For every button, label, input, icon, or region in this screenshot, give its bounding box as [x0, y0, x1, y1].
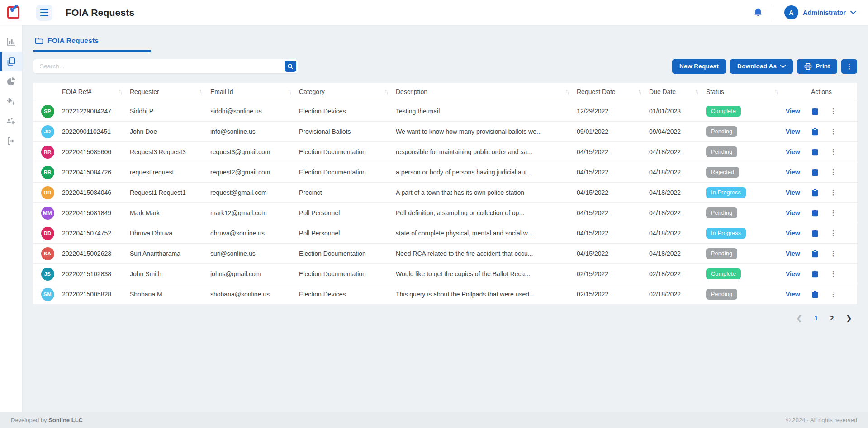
view-link[interactable]: View — [786, 291, 800, 298]
row-kebab-button[interactable]: ⋮ — [830, 168, 837, 176]
avatar: RR — [41, 186, 54, 199]
cell-email: johns@gmail.com — [210, 270, 299, 277]
row-kebab-button[interactable]: ⋮ — [830, 249, 837, 258]
kebab-icon: ⋮ — [830, 209, 837, 217]
view-link[interactable]: View — [786, 230, 800, 237]
row-kebab-button[interactable]: ⋮ — [830, 107, 837, 115]
column-header[interactable]: Requester ↑↓ — [130, 88, 210, 95]
column-header[interactable]: Email Id ↑↓ — [210, 88, 299, 95]
cell-description: We want to know how many provisional bal… — [396, 128, 577, 135]
table-row: JS 20220215102838 John Smith johns@gmail… — [33, 264, 857, 284]
column-header[interactable]: Status ↑↓ — [706, 88, 786, 95]
sort-icon[interactable]: ↑↓ — [199, 89, 203, 94]
new-request-button[interactable]: New Request — [672, 59, 726, 74]
view-link[interactable]: View — [786, 148, 800, 155]
clipboard-button[interactable] — [812, 189, 818, 197]
sidebar-item-user-management[interactable] — [0, 111, 22, 131]
clipboard-button[interactable] — [812, 108, 818, 115]
view-link[interactable]: View — [786, 250, 800, 257]
clipboard-icon — [812, 108, 818, 115]
kebab-icon: ⋮ — [830, 107, 837, 115]
clipboard-button[interactable] — [812, 291, 818, 298]
row-kebab-button[interactable]: ⋮ — [830, 229, 837, 237]
table-header-row: FOIA Ref# ↑↓ Requester ↑↓ Email Id ↑↓ Ca… — [33, 83, 857, 101]
next-page-button[interactable]: ❯ — [846, 314, 852, 322]
status-badge: Pending — [706, 126, 737, 137]
view-link[interactable]: View — [786, 270, 800, 277]
cell-foia-ref: 20220415002623 — [62, 250, 130, 257]
sort-icon[interactable]: ↑↓ — [288, 89, 291, 94]
footer-copyright: © 2024 · All rights reserved — [786, 417, 857, 423]
cell-requester: Request1 Request1 — [130, 189, 210, 196]
column-header[interactable]: Category ↑↓ — [299, 88, 396, 95]
cell-category: Poll Personnel — [299, 230, 396, 237]
view-link[interactable]: View — [786, 209, 800, 216]
view-link[interactable]: View — [786, 128, 800, 135]
view-link[interactable]: View — [786, 189, 800, 196]
sort-icon[interactable]: ↑↓ — [119, 89, 122, 94]
page-number-1[interactable]: 1 — [814, 315, 818, 322]
prev-page-button[interactable]: ❮ — [797, 314, 802, 322]
row-kebab-button[interactable]: ⋮ — [830, 270, 837, 278]
sort-icon[interactable]: ↑↓ — [385, 89, 388, 94]
logout-icon — [7, 136, 16, 146]
kebab-icon: ⋮ — [830, 229, 837, 237]
cell-due-date: 04/18/2022 — [649, 169, 706, 176]
sidebar-item-reports[interactable] — [0, 71, 22, 91]
view-link[interactable]: View — [786, 169, 800, 176]
status-badge: Pending — [706, 146, 737, 157]
search-button[interactable] — [285, 61, 296, 72]
column-label: Request Date — [577, 88, 616, 95]
clipboard-button[interactable] — [812, 230, 818, 237]
row-kebab-button[interactable]: ⋮ — [830, 209, 837, 217]
chevron-down-icon — [780, 65, 786, 68]
more-options-button[interactable]: ⋮ — [841, 59, 857, 74]
row-kebab-button[interactable]: ⋮ — [830, 127, 837, 136]
cell-request-date: 04/15/2022 — [577, 230, 649, 237]
sort-icon[interactable]: ↑↓ — [695, 89, 698, 94]
avatar: SM — [41, 288, 54, 301]
clipboard-button[interactable] — [812, 148, 818, 156]
pie-chart-icon — [7, 77, 16, 86]
hamburger-menu-button[interactable] — [36, 5, 52, 21]
sidebar-item-foia-requests[interactable] — [0, 52, 22, 71]
clipboard-button[interactable] — [812, 250, 818, 258]
sort-icon[interactable]: ↑↓ — [638, 89, 641, 94]
clipboard-button[interactable] — [812, 128, 818, 136]
column-header[interactable]: Request Date ↑↓ — [577, 88, 649, 95]
notifications-button[interactable] — [753, 7, 763, 18]
row-kebab-button[interactable]: ⋮ — [830, 290, 837, 298]
sidebar-item-settings[interactable] — [0, 91, 22, 111]
sidebar-item-logout[interactable] — [0, 131, 22, 151]
column-header[interactable]: FOIA Ref# ↑↓ — [62, 88, 130, 95]
sidebar-item-dashboard[interactable] — [0, 32, 22, 52]
clipboard-button[interactable] — [812, 270, 818, 278]
clipboard-button[interactable] — [812, 169, 818, 176]
top-header: ✔ FOIA Requests A Administrator — [0, 0, 868, 25]
sort-icon[interactable]: ↑↓ — [775, 89, 778, 94]
cell-email: siddhi@sonline.us — [210, 108, 299, 115]
sort-icon[interactable]: ↑↓ — [566, 89, 569, 94]
cell-due-date: 02/18/2022 — [649, 291, 706, 298]
clipboard-button[interactable] — [812, 209, 818, 217]
row-kebab-button[interactable]: ⋮ — [830, 148, 837, 156]
column-header[interactable]: Description ↑↓ — [396, 88, 577, 95]
tab-foia-requests[interactable]: FOIA Requests — [33, 34, 100, 52]
cell-email: mark12@gmail.com — [210, 209, 299, 216]
profile-menu[interactable]: A Administrator — [784, 5, 856, 19]
print-button[interactable]: Print — [797, 59, 837, 74]
download-as-button[interactable]: Download As — [730, 59, 793, 74]
column-header[interactable]: Due Date ↑↓ — [649, 88, 706, 95]
page-number-2[interactable]: 2 — [830, 315, 834, 322]
cell-category: Precinct — [299, 189, 396, 196]
search-input[interactable] — [33, 59, 298, 74]
users-gear-icon — [6, 117, 16, 126]
view-link[interactable]: View — [786, 108, 800, 115]
cell-due-date: 04/18/2022 — [649, 148, 706, 155]
cell-category: Election Documentation — [299, 169, 396, 176]
cell-requester: Shobana M — [130, 291, 210, 298]
row-kebab-button[interactable]: ⋮ — [830, 188, 837, 197]
cell-description: This query is about the Pollpads that we… — [396, 291, 577, 298]
table-row: DD 20220415074752 Dhruva Dhruva dhruva@s… — [33, 223, 857, 244]
column-label: Due Date — [649, 88, 676, 95]
